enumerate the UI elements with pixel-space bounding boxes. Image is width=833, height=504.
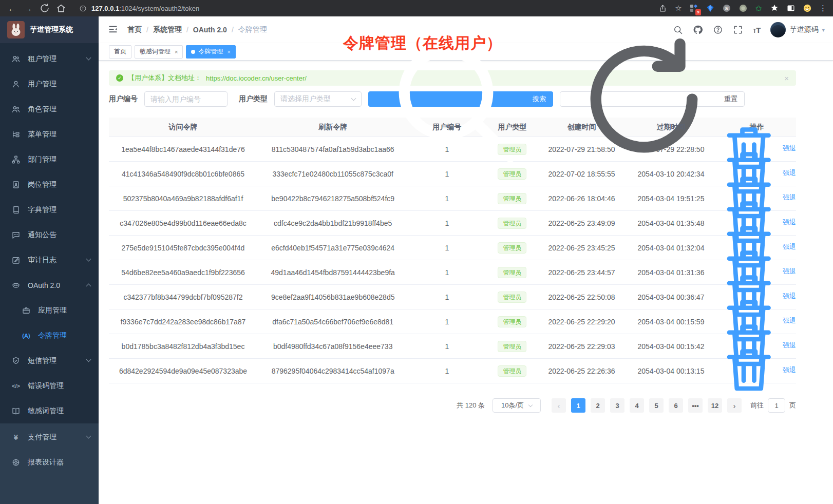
expires-at-cell: 2054-03-04 01:32:04 (624, 244, 717, 252)
user-type-cell: 管理员 (485, 341, 539, 352)
sidebar-item-dict[interactable]: 字典管理 (0, 197, 99, 222)
page-more-button[interactable]: ••• (688, 398, 703, 413)
breadcrumb-item[interactable]: 系统管理 (153, 25, 182, 34)
page-button-1[interactable]: 1 (571, 398, 585, 413)
sidepanel-extension-icon[interactable] (786, 4, 795, 13)
fullscreen-icon[interactable] (733, 25, 743, 35)
home-icon[interactable] (55, 3, 67, 14)
code-icon: </> (11, 381, 21, 391)
sidebar-item-role[interactable]: 角色管理 (0, 96, 99, 122)
grid-extension-icon[interactable]: 9 (690, 4, 698, 13)
search-button[interactable]: 搜索 (368, 91, 553, 107)
sidebar-item-sms[interactable]: 短信管理 (0, 348, 99, 373)
user-menu[interactable]: 芋道源码 ▾ (770, 22, 825, 37)
page-button-12[interactable]: 12 (708, 398, 722, 413)
sidebar-item-oauth2-app[interactable]: 应用管理 (0, 298, 99, 323)
user-type-cell: 管理员 (485, 193, 539, 204)
gem-extension-icon[interactable] (706, 4, 715, 13)
profile-avatar-emoji[interactable] (803, 4, 811, 13)
reset-button[interactable]: 重置 (560, 91, 745, 107)
user-type-select[interactable]: 请选择用户类型 (274, 91, 362, 107)
column-header: 用户类型 (485, 123, 539, 132)
sidebar-bottom-section: ¥支付管理报表设计器 (0, 423, 99, 504)
breadcrumb-item[interactable]: OAuth 2.0 (193, 26, 227, 34)
created-at-cell: 2022-06-26 18:04:46 (539, 195, 624, 203)
user-id-input[interactable] (144, 91, 228, 107)
breadcrumb-separator: / (186, 26, 188, 34)
command-extension-icon[interactable]: ⌘ (723, 4, 731, 13)
site-info-icon[interactable] (79, 5, 87, 12)
expires-at-cell: 2054-03-04 00:13:15 (624, 367, 717, 375)
sidebar-menu: 租户管理用户管理角色管理菜单管理部门管理岗位管理字典管理通知公告审计日志OAut… (0, 43, 99, 504)
sidebar: 芋道管理系统 租户管理用户管理角色管理菜单管理部门管理岗位管理字典管理通知公告审… (0, 16, 99, 504)
page-button-5[interactable]: 5 (649, 398, 664, 413)
url-host: 127.0.0.1 (91, 5, 119, 12)
force-logout-button[interactable]: 强退 (717, 339, 796, 402)
forward-icon[interactable]: → (23, 3, 34, 14)
sidebar-item-notice[interactable]: 通知公告 (0, 222, 99, 247)
collapse-sidebar-icon[interactable] (108, 24, 119, 35)
user-id-cell: 1 (408, 293, 485, 301)
sidebar-item-pay[interactable]: ¥支付管理 (0, 424, 99, 450)
back-icon[interactable]: ← (6, 3, 17, 14)
sidebar-item-label: 租户管理 (28, 54, 87, 64)
column-header: 用户编号 (408, 123, 485, 132)
sidebar-item-user[interactable]: 用户管理 (0, 71, 99, 96)
browser-actions: ☆ 9 ⌘ ✩ ⋮ (658, 4, 827, 13)
user-type-badge: 管理员 (498, 144, 526, 155)
tab-token[interactable]: 令牌管理× (186, 45, 235, 59)
refresh-token-cell: 9ce8ef2aa9f14056b831ae9b608e28d5 (257, 293, 408, 301)
next-page-button[interactable]: › (727, 398, 742, 413)
alert-close-icon[interactable]: × (784, 74, 789, 82)
sidebar-item-oauth2-token[interactable]: (A)令牌管理 (0, 323, 99, 348)
refresh-token-cell: 811c530487574fa0af1a59d3abc1aa66 (257, 145, 408, 153)
sidebar-item-tenant[interactable]: 租户管理 (0, 46, 99, 71)
page-size-select[interactable]: 10条/页 (493, 398, 541, 413)
bookmark-star-icon[interactable]: ☆ (675, 4, 681, 13)
page-button-6[interactable]: 6 (669, 398, 683, 413)
open-book-icon (11, 406, 21, 416)
red-annotation-title: 令牌管理（在线用户） (343, 33, 502, 54)
trash-icon (717, 339, 781, 402)
sidebar-item-sensitive-word[interactable]: 敏感词管理 (0, 398, 99, 423)
breadcrumb-item: 令牌管理 (238, 25, 267, 34)
sidebar-item-label: OAuth 2.0 (28, 281, 87, 289)
user-icon (11, 80, 21, 89)
sidebar-item-label: 应用管理 (38, 306, 90, 315)
page-button-4[interactable]: 4 (630, 398, 644, 413)
sidebar-item-post[interactable]: 岗位管理 (0, 172, 99, 197)
tab-close-icon[interactable]: × (175, 49, 178, 55)
sidebar-item-audit[interactable]: 审计日志 (0, 247, 99, 273)
tab-close-icon[interactable]: × (227, 49, 230, 55)
user-type-badge: 管理员 (498, 168, 526, 180)
address-bar[interactable]: 127.0.0.1:1024/system/oauth2/token (79, 5, 199, 12)
tab-home[interactable]: 首页 (109, 45, 131, 59)
breadcrumb-item[interactable]: 首页 (127, 25, 142, 34)
table-row: b0d1785bc3a8482f812db4a3f3bd15ecb0df4980… (109, 334, 796, 359)
font-size-icon[interactable]: TT (753, 26, 761, 34)
sidebar-item-menu[interactable]: 菜单管理 (0, 122, 99, 147)
refresh-token-cell: cdfc4ce9c2da4bb1bdf21b9918ff4be5 (257, 219, 408, 227)
sidebar-item-oauth2[interactable]: OAuth 2.0 (0, 273, 99, 298)
star-extension-icon[interactable]: ✩ (755, 4, 762, 13)
share-icon[interactable] (658, 4, 667, 13)
alert-doc-link[interactable]: https://doc.iocoder.cn/user-center/ (206, 74, 307, 82)
dot-extension-icon[interactable] (739, 4, 748, 13)
tab-sensitive-word[interactable]: 敏感词管理× (135, 45, 183, 59)
user-id-cell: 1 (408, 170, 485, 178)
reload-icon[interactable] (39, 3, 50, 14)
sidebar-item-errcode[interactable]: </>错误码管理 (0, 373, 99, 398)
prev-page-button[interactable]: ‹ (552, 398, 566, 413)
expires-at-cell: 2054-03-04 01:35:48 (624, 219, 717, 227)
access-token-cell: f9336e7c7dd242a283ee98dc86b17a87 (109, 318, 257, 326)
goto-page-input[interactable] (768, 398, 785, 413)
puzzle-extension-icon[interactable] (770, 4, 779, 13)
tab-label: 首页 (114, 47, 126, 56)
browser-menu-icon[interactable]: ⋮ (819, 4, 827, 13)
app-logo[interactable]: 芋道管理系统 (0, 16, 99, 43)
page-button-3[interactable]: 3 (610, 398, 624, 413)
page-button-2[interactable]: 2 (591, 398, 605, 413)
sidebar-item-report[interactable]: 报表设计器 (0, 450, 99, 475)
sidebar-item-dept[interactable]: 部门管理 (0, 147, 99, 172)
sidebar-item-label: 审计日志 (28, 256, 87, 265)
